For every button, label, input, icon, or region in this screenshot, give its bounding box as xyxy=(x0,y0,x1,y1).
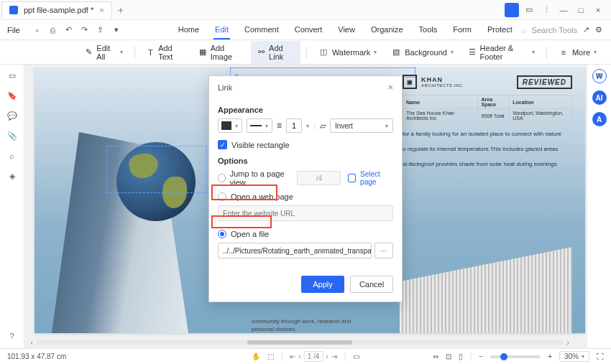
selection-box[interactable] xyxy=(106,146,207,193)
read-mode-icon[interactable]: ▭ xyxy=(353,353,359,360)
background-button[interactable]: ▧Background▾ xyxy=(385,45,459,60)
scroll-right-icon[interactable]: › xyxy=(564,338,572,347)
single-page-icon[interactable]: ▯ xyxy=(459,353,463,360)
message-icon[interactable]: ▭ xyxy=(522,3,536,17)
hand-tool-icon[interactable]: ✋ xyxy=(252,353,260,360)
document-tab[interactable]: ppt file-sample.pdf * × xyxy=(1,1,112,18)
horizontal-scrollbar[interactable]: ‹ › xyxy=(27,339,572,346)
link-style-line[interactable]: ▾ xyxy=(247,118,272,133)
watermark-button[interactable]: ◫Watermark▾ xyxy=(313,45,382,60)
layers-icon[interactable]: ◈ xyxy=(6,169,19,182)
appearance-heading: Appearance xyxy=(218,106,393,114)
save-icon[interactable]: ▫ xyxy=(32,24,43,36)
user-avatar[interactable] xyxy=(505,3,519,17)
redo-icon[interactable]: ↷ xyxy=(79,24,91,36)
page-input[interactable]: 1 /4 xyxy=(304,351,323,362)
zoom-slider[interactable] xyxy=(490,355,541,358)
browse-button[interactable]: ··· xyxy=(375,243,393,258)
ribbon: ✎Edit All▾ TAdd Text ▦Add Image ⚯Add Lin… xyxy=(0,40,611,65)
edit-all-button[interactable]: ✎Edit All▾ xyxy=(79,41,129,64)
radio-jump-page[interactable] xyxy=(218,174,226,182)
ai-icon[interactable]: AI xyxy=(592,90,607,105)
tab-tools[interactable]: Tools xyxy=(418,21,439,39)
tab-form[interactable]: Form xyxy=(451,21,473,39)
scroll-thumb[interactable] xyxy=(247,340,353,345)
undo-icon[interactable]: ↶ xyxy=(63,24,75,36)
fullscreen-icon[interactable]: ⛶ xyxy=(597,353,604,360)
add-tab-button[interactable]: + xyxy=(112,4,129,16)
apply-button[interactable]: Apply xyxy=(301,276,344,293)
tab-convert[interactable]: Convert xyxy=(293,21,324,39)
meta-table: NameArea SpaceLocation The Sea House Kha… xyxy=(403,95,572,123)
page-number-input[interactable]: /4 xyxy=(297,171,341,185)
select-page-link[interactable]: Select page xyxy=(360,170,393,186)
close-tab-icon[interactable]: × xyxy=(99,6,104,14)
thickness-dropdown[interactable]: ▾ xyxy=(306,123,309,129)
sliders-icon[interactable]: ⚌ xyxy=(592,67,607,81)
header-footer-button[interactable]: ☰Header & Footer▾ xyxy=(462,41,541,64)
file-path-input[interactable]: ../../Pictures/Rotating_earth_animated_t… xyxy=(218,243,372,258)
tab-home[interactable]: Home xyxy=(177,21,201,39)
url-input[interactable] xyxy=(218,205,393,221)
tab-organize[interactable]: Organize xyxy=(369,21,405,39)
kebab-menu[interactable]: ⋮ xyxy=(539,3,553,17)
link-style-color[interactable]: ▾ xyxy=(218,118,242,133)
fit-width-icon[interactable]: ⇔ xyxy=(433,353,438,360)
maximize-button[interactable]: □ xyxy=(574,3,588,17)
visible-rectangle-checkbox[interactable]: ✓ xyxy=(218,140,227,149)
open-web-label: Open a web page xyxy=(231,192,293,201)
more-quick-icon[interactable]: ▾ xyxy=(111,24,122,36)
tab-comment[interactable]: Comment xyxy=(243,21,280,39)
file-menu[interactable]: File xyxy=(0,26,27,34)
add-text-button[interactable]: TAdd Text xyxy=(140,41,189,64)
search-panel-icon[interactable]: ⌕ xyxy=(6,149,19,162)
select-tool-icon[interactable]: ⬚ xyxy=(267,353,274,360)
add-image-button[interactable]: ▦Add Image xyxy=(193,41,249,64)
zoom-out-icon[interactable]: − xyxy=(479,353,483,360)
link-icon: ⚯ xyxy=(257,47,265,57)
desc-3: st-facingroof provides shade from solar … xyxy=(403,160,572,168)
minimize-button[interactable]: — xyxy=(556,3,571,17)
last-page-icon[interactable]: ⇥ xyxy=(331,353,337,360)
a-icon[interactable]: A xyxy=(592,112,607,126)
building-right-graphic xyxy=(400,247,572,333)
comment-panel-icon[interactable]: 💬 xyxy=(6,109,19,122)
radio-open-web[interactable] xyxy=(218,192,226,201)
thickness-input[interactable] xyxy=(286,118,302,133)
brand-sub: ARCHITECTS INC. xyxy=(421,83,464,88)
close-window-button[interactable]: × xyxy=(591,3,605,17)
thumbnail-icon[interactable]: ▭ xyxy=(6,69,19,82)
attachment-icon[interactable]: 📎 xyxy=(6,129,19,142)
invert-icon: ▱ xyxy=(320,121,326,131)
fit-page-icon[interactable]: ⊡ xyxy=(446,353,451,360)
tab-edit[interactable]: Edit xyxy=(213,21,230,39)
cancel-button[interactable]: Cancel xyxy=(350,276,393,293)
scroll-left-icon[interactable]: ‹ xyxy=(27,338,36,347)
first-page-icon[interactable]: ⇤ xyxy=(290,353,295,360)
bookmark-icon[interactable]: 🔖 xyxy=(6,89,19,102)
settings-icon[interactable]: ⚙ xyxy=(595,25,602,34)
print-icon[interactable]: ⎙ xyxy=(47,24,59,36)
tab-view[interactable]: View xyxy=(336,21,357,39)
add-link-button[interactable]: ⚯Add Link xyxy=(251,41,300,64)
more-button[interactable]: ≡More▾ xyxy=(553,45,602,60)
header-footer-icon: ☰ xyxy=(468,47,477,57)
desc-2: o regulate its internal temperature.This… xyxy=(403,145,572,153)
dialog-title: Link xyxy=(218,83,232,92)
search-input[interactable]: Search Tools xyxy=(532,26,577,34)
open-file-label: Open a file xyxy=(231,230,269,238)
highlight-style-select[interactable]: Invert▾ xyxy=(330,118,393,133)
prev-page-icon[interactable]: ‹ xyxy=(298,353,300,360)
radio-open-file[interactable] xyxy=(218,230,226,238)
arrow-icon[interactable]: ↗ xyxy=(583,25,589,34)
help-icon[interactable]: ? xyxy=(6,330,19,342)
tab-protect[interactable]: Protect xyxy=(486,21,514,39)
dialog-close-icon[interactable]: × xyxy=(387,82,393,93)
next-page-icon[interactable]: › xyxy=(326,353,328,360)
share-icon[interactable]: ⇪ xyxy=(95,24,106,36)
zoom-in-icon[interactable]: + xyxy=(548,353,552,360)
zoom-value[interactable]: 30%▾ xyxy=(559,351,589,362)
pencil-icon: ✎ xyxy=(85,47,93,57)
text-below: community through work, research and per… xyxy=(252,318,374,333)
titlebar: ppt file-sample.pdf * × + ▭ ⋮ — □ × xyxy=(0,0,611,20)
